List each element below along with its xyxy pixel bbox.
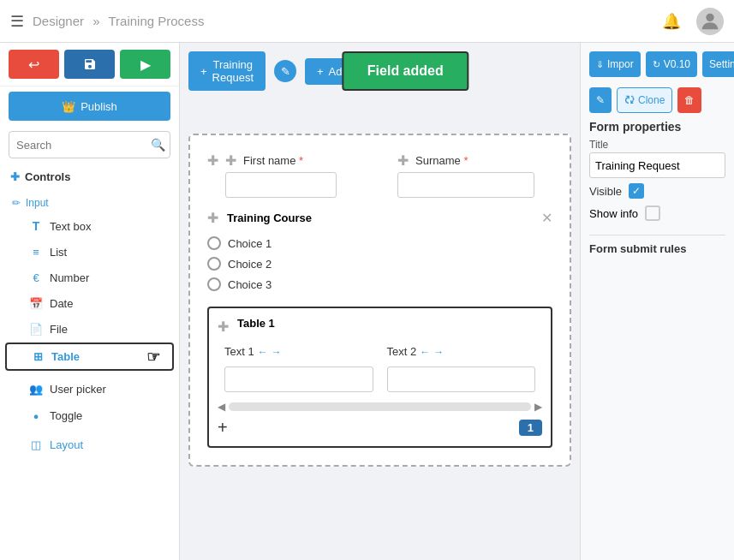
canvas-area: Field added + TrainingRequest ✎ + Add fo… — [180, 43, 580, 560]
clone-button[interactable]: 🗘 Clone — [617, 87, 672, 113]
control-textbox[interactable]: T Text box — [5, 213, 174, 239]
publish-icon: 👑 — [62, 100, 75, 113]
choice-3-label: Choice 3 — [228, 278, 272, 291]
control-date[interactable]: 📅 Date — [5, 291, 174, 316]
table-col-2-input[interactable] — [387, 366, 536, 392]
form-top-row: ✚ ✚ First name * — [207, 152, 552, 198]
training-course-title: Training Course — [227, 211, 312, 224]
table-label: Table — [51, 350, 80, 363]
training-request-button[interactable]: + TrainingRequest — [188, 51, 266, 91]
firstname-field: ✚ First name * — [225, 152, 380, 198]
input-section-title[interactable]: ✏ Input — [0, 194, 179, 212]
plus-icon: + — [200, 65, 207, 78]
col2-left-arrow[interactable]: ← — [420, 346, 430, 358]
choice-1-label: Choice 1 — [228, 237, 272, 250]
col2-right-arrow[interactable]: → — [433, 346, 444, 358]
table-col-1-input[interactable] — [224, 366, 373, 392]
list-label: List — [50, 246, 67, 259]
topbar-separator: » — [92, 14, 99, 28]
table-title: Table 1 — [237, 317, 275, 330]
back-button[interactable]: ↩ — [9, 50, 59, 79]
course-drag[interactable]: ✚ — [207, 210, 218, 226]
show-info-checkbox[interactable] — [645, 206, 660, 221]
sidebar: ↩ ▶ 👑 Publish 🔍 ✚ Controls ✏ Input T Te — [0, 43, 180, 560]
control-toggle[interactable]: ● Toggle — [5, 403, 174, 428]
scrollbar-track[interactable] — [229, 402, 531, 411]
training-request-edit-button[interactable]: ✎ — [274, 60, 296, 82]
avatar[interactable] — [696, 8, 724, 35]
delete-icon: 🗑 — [684, 94, 695, 106]
firstname-drag[interactable]: ✚ — [225, 152, 236, 169]
surname-drag[interactable]: ✚ — [397, 152, 409, 169]
control-number[interactable]: € Number — [5, 265, 174, 290]
search-input[interactable] — [9, 131, 170, 158]
add-row-button[interactable]: + — [218, 418, 228, 438]
right-panel: ⇓ Impor ↻ V0.10 Settin ✎ 🗘 Clone 🗑 — [580, 43, 734, 560]
add-form-plus-icon: + — [317, 65, 324, 78]
import-button[interactable]: ⇓ Impor — [589, 51, 641, 77]
topbar-subtitle: Training Process — [108, 14, 204, 28]
scroll-left-button[interactable]: ◀ — [218, 401, 225, 413]
play-button[interactable]: ▶ — [120, 50, 170, 79]
form-drag-handle[interactable]: ✚ — [207, 152, 218, 169]
surname-label: Surname * — [415, 154, 468, 167]
svg-point-0 — [706, 13, 713, 21]
surname-required: * — [463, 154, 468, 167]
visible-checkbox[interactable]: ✓ — [629, 183, 644, 199]
col1-right-arrow[interactable]: → — [272, 346, 282, 358]
firstname-label: First name * — [243, 154, 303, 167]
hamburger-icon[interactable]: ☰ — [10, 12, 24, 31]
control-table[interactable]: ⊞ Table ☞ — [5, 343, 174, 371]
control-list[interactable]: ≡ List — [5, 240, 174, 265]
settings-button[interactable]: Settin — [702, 51, 734, 77]
edit-icon: ✎ — [596, 94, 605, 106]
choice-2-label: Choice 2 — [228, 258, 272, 271]
remove-course-button[interactable]: ✕ — [541, 210, 552, 226]
list-icon: ≡ — [29, 246, 43, 259]
version-button[interactable]: ↻ V0.10 — [646, 51, 697, 77]
save-button[interactable] — [64, 50, 115, 79]
table-col-1-input-wrap — [224, 366, 373, 392]
layout-label: Layout — [50, 438, 83, 451]
table-footer: + 1 — [218, 418, 542, 438]
main-layout: ↩ ▶ 👑 Publish 🔍 ✚ Controls ✏ Input T Te — [0, 43, 734, 560]
choice-3-radio[interactable] — [207, 277, 221, 291]
firstname-input[interactable] — [225, 172, 337, 198]
table-col-1-header: Text 1 ← → — [218, 340, 380, 363]
firstname-label-text: First name — [243, 154, 295, 167]
userpicker-label: User picker — [50, 383, 106, 396]
delete-button[interactable]: 🗑 — [677, 87, 701, 113]
input-edit-icon: ✏ — [12, 197, 21, 209]
number-icon: € — [29, 271, 43, 284]
control-file[interactable]: 📄 File — [5, 317, 174, 342]
input-label: Input — [26, 197, 49, 209]
table-scrollbar: ◀ ▶ — [218, 401, 542, 413]
right-toolbar: ⇓ Impor ↻ V0.10 Settin — [589, 51, 725, 77]
surname-input[interactable] — [397, 172, 534, 198]
table-col-1: Text 1 ← → — [218, 340, 380, 396]
surname-field: ✚ Surname * — [397, 152, 552, 198]
topbar-title: Designer » Training Process — [33, 14, 653, 28]
training-course-header: ✚ Training Course ✕ — [207, 210, 552, 226]
toast-text: Field added — [367, 63, 444, 78]
bell-icon[interactable]: 🔔 — [662, 12, 681, 31]
control-userpicker[interactable]: 👥 User picker — [5, 377, 174, 402]
cursor-indicator: ☞ — [146, 348, 160, 366]
title-prop-input[interactable] — [589, 152, 725, 178]
choice-1-radio[interactable] — [207, 236, 221, 250]
scroll-right-button[interactable]: ▶ — [534, 401, 542, 413]
col1-left-arrow[interactable]: ← — [258, 346, 268, 358]
form-canvas: ✚ ✚ First name * — [188, 134, 571, 467]
edit-button[interactable]: ✎ — [589, 87, 612, 113]
publish-button[interactable]: 👑 Publish — [9, 92, 170, 121]
table-drag[interactable]: ✚ — [218, 319, 229, 335]
topbar: ☰ Designer » Training Process 🔔 — [0, 0, 734, 43]
form-properties-section: Form properties Title Visible ✓ Show inf… — [589, 120, 725, 221]
topbar-designer-label: Designer — [33, 14, 84, 28]
control-layout[interactable]: ◫ Layout — [5, 432, 174, 457]
clone-label: Clone — [638, 94, 665, 106]
search-icon[interactable]: 🔍 — [151, 138, 165, 152]
import-label: Impor — [607, 58, 634, 70]
choice-2-radio[interactable] — [207, 257, 221, 271]
table-columns: Text 1 ← → Text 2 ← → — [218, 340, 542, 396]
